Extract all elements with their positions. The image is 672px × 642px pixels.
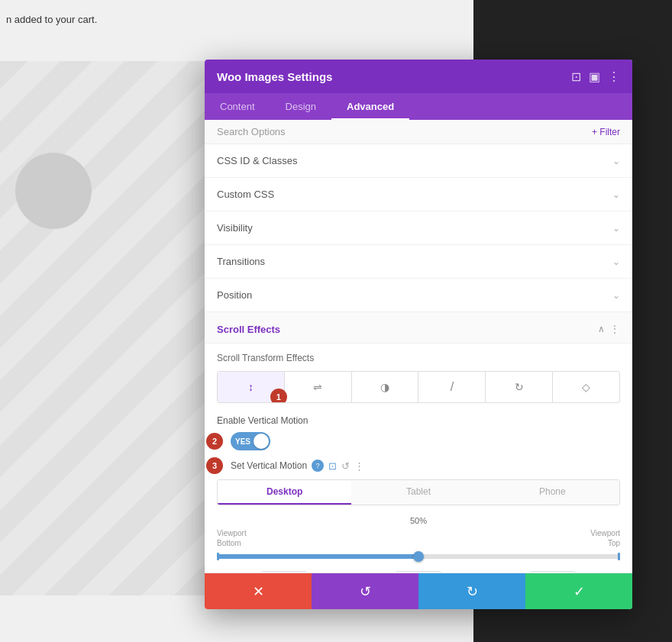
section-custom-css[interactable]: Custom CSS ⌄ bbox=[205, 178, 632, 211]
more-icon[interactable]: ⋮ bbox=[608, 69, 620, 84]
chevron-down-icon: ⌄ bbox=[612, 156, 620, 166]
blur-icon: / bbox=[451, 380, 454, 394]
save-icon: ✓ bbox=[573, 583, 585, 600]
viewport-top-label: ViewportTop bbox=[590, 528, 620, 548]
search-bar: Search Options + Filter bbox=[205, 120, 632, 144]
set-vertical-motion-row: 3 Set Vertical Motion ? ⊡ ↺ ⋮ bbox=[217, 460, 620, 472]
redo-button[interactable]: ↻ bbox=[418, 573, 525, 609]
effect-icons-row: ↕ 1 ⇌ ◑ / ↻ ◇ bbox=[217, 371, 620, 403]
enable-vertical-motion-row: Enable Vertical Motion 2 YES bbox=[217, 415, 620, 450]
reset-icon: ↺ bbox=[360, 583, 371, 600]
effect-vertical[interactable]: ↕ 1 bbox=[218, 372, 285, 402]
fade-icon: ◑ bbox=[380, 381, 389, 393]
badge-2: 2 bbox=[206, 433, 223, 450]
cart-text: n added to your cart. bbox=[0, 14, 97, 25]
device-tabs: Desktop Tablet Phone bbox=[217, 479, 620, 505]
panel-tabs: Content Design Advanced bbox=[205, 93, 632, 120]
slider-fill bbox=[217, 554, 418, 559]
reset-button[interactable]: ↺ bbox=[312, 573, 418, 609]
panel-body: CSS ID & Classes ⌄ Custom CSS ⌄ Visibili… bbox=[205, 144, 632, 573]
panel-title: Woo Images Settings bbox=[217, 70, 332, 83]
section-transitions[interactable]: Transitions ⌄ bbox=[205, 245, 632, 279]
effect-blur[interactable]: / bbox=[418, 372, 486, 402]
more-options-icon[interactable]: ⋮ bbox=[354, 460, 364, 472]
effect-horizontal[interactable]: ⇌ bbox=[285, 372, 352, 402]
tab-design[interactable]: Design bbox=[270, 93, 331, 120]
settings-panel: Woo Images Settings ⊡ ▣ ⋮ Content Design… bbox=[205, 60, 632, 609]
chevron-down-icon: ⌄ bbox=[612, 290, 620, 301]
tab-advanced[interactable]: Advanced bbox=[331, 93, 409, 120]
filter-button[interactable]: + Filter bbox=[592, 127, 620, 137]
expand-icon[interactable]: ▣ bbox=[589, 69, 600, 84]
tab-content[interactable]: Content bbox=[205, 93, 270, 120]
toggle-yes-label: YES bbox=[232, 437, 254, 446]
vertical-motion-icon: ↕ bbox=[248, 381, 254, 393]
scale-icon: ◇ bbox=[582, 381, 590, 393]
slider-end-mark bbox=[618, 553, 620, 560]
scroll-effects-controls: ∧ ⋮ bbox=[598, 323, 620, 335]
toggle-knob bbox=[254, 434, 269, 449]
section-transitions-label: Transitions bbox=[217, 256, 265, 267]
section-css[interactable]: CSS ID & Classes ⌄ bbox=[205, 144, 632, 178]
panel-header-icons: ⊡ ▣ ⋮ bbox=[571, 69, 620, 84]
section-position-label: Position bbox=[217, 289, 252, 301]
panel-footer: ✕ ↺ ↻ ✓ bbox=[205, 573, 632, 609]
effect-fade[interactable]: ◑ bbox=[352, 372, 419, 402]
device-tab-desktop[interactable]: Desktop bbox=[218, 480, 351, 505]
scroll-effects-title: Scroll Effects bbox=[217, 324, 280, 335]
scroll-transform-label: Scroll Transform Effects bbox=[217, 353, 620, 363]
minimize-icon[interactable]: ⊡ bbox=[571, 69, 581, 84]
slider-thumb[interactable] bbox=[413, 551, 424, 562]
effect-scale[interactable]: ◇ bbox=[553, 372, 619, 402]
section-custom-css-label: Custom CSS bbox=[217, 189, 274, 200]
section-position[interactable]: Position ⌄ bbox=[205, 279, 632, 312]
section-css-label: CSS ID & Classes bbox=[217, 155, 297, 166]
vertical-motion-toggle[interactable]: YES bbox=[231, 432, 270, 450]
slider-area: 50% ViewportBottom ViewportTop bbox=[217, 516, 620, 559]
diagonal-pattern bbox=[0, 61, 206, 595]
save-button[interactable]: ✓ bbox=[525, 573, 632, 609]
slider-start-mark bbox=[217, 553, 219, 560]
scroll-effects-more-icon[interactable]: ⋮ bbox=[609, 323, 620, 335]
cancel-button[interactable]: ✕ bbox=[205, 573, 312, 609]
scroll-effects-body: Scroll Transform Effects ↕ 1 ⇌ ◑ / ↻ bbox=[205, 344, 632, 573]
slider-track[interactable] bbox=[217, 554, 620, 559]
section-visibility[interactable]: Visibility ⌄ bbox=[205, 211, 632, 245]
circle-decoration bbox=[15, 153, 92, 229]
device-tab-phone[interactable]: Phone bbox=[486, 480, 619, 505]
reset-icon[interactable]: ↺ bbox=[341, 460, 350, 472]
effect-rotate[interactable]: ↻ bbox=[486, 372, 553, 402]
sync-icon[interactable]: ⊡ bbox=[328, 460, 337, 472]
enable-vertical-motion-label: Enable Vertical Motion bbox=[217, 415, 620, 426]
panel-header: Woo Images Settings ⊡ ▣ ⋮ bbox=[205, 60, 632, 93]
badge-3: 3 bbox=[206, 457, 223, 474]
device-tab-tablet[interactable]: Tablet bbox=[351, 480, 485, 505]
search-label: Search Options bbox=[217, 126, 592, 137]
rotate-icon: ↻ bbox=[515, 381, 524, 393]
badge-1: 1 bbox=[270, 389, 287, 403]
slider-percent: 50% bbox=[217, 516, 620, 525]
chevron-down-icon: ⌄ bbox=[612, 223, 620, 234]
redo-icon: ↻ bbox=[467, 583, 478, 600]
scroll-effects-header[interactable]: Scroll Effects ∧ ⋮ bbox=[205, 312, 632, 344]
horizontal-motion-icon: ⇌ bbox=[313, 381, 322, 393]
collapse-icon[interactable]: ∧ bbox=[598, 324, 605, 334]
viewport-bottom-label: ViewportBottom bbox=[217, 528, 247, 548]
toggle-row: 2 YES bbox=[217, 432, 620, 450]
section-visibility-label: Visibility bbox=[217, 222, 253, 234]
chevron-down-icon: ⌄ bbox=[612, 189, 620, 200]
cancel-icon: ✕ bbox=[253, 583, 264, 600]
set-vertical-motion-label: Set Vertical Motion bbox=[231, 460, 307, 471]
chevron-down-icon: ⌄ bbox=[612, 256, 620, 267]
info-icon[interactable]: ? bbox=[312, 460, 324, 472]
